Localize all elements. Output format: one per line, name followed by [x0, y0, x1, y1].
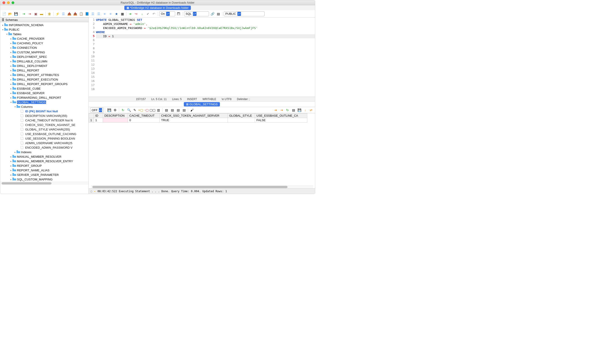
undo-icon[interactable]: ↶: [151, 11, 156, 16]
tree-item[interactable]: GLOBAL_STYLE VARCHAR(255): [0, 127, 89, 132]
link-icon[interactable]: 🔗: [210, 11, 215, 16]
window-icon[interactable]: 🗔: [176, 11, 181, 16]
list-icon[interactable]: ☰: [61, 11, 66, 16]
column-header[interactable]: [89, 113, 94, 118]
results-reload-icon[interactable]: ↻: [285, 108, 290, 113]
tree-item[interactable]: ▸ DRILL_REPORT_ATTRIBUTES: [0, 73, 89, 77]
tree-item[interactable]: ▸ DRILL_REPORT_EXECUTION: [0, 77, 89, 82]
tree-item[interactable]: ▾ GLOBAL_SETTINGS: [0, 100, 89, 104]
tree-item[interactable]: ▸ SQL_CUSTOM_MAPPING: [0, 177, 89, 182]
export-icon[interactable]: 📤: [67, 11, 72, 16]
results-hscroll[interactable]: [91, 185, 313, 188]
results-export-icon[interactable]: ▤: [291, 108, 296, 113]
tree-item[interactable]: ENCODED_ADMIN_PASSWORD V: [0, 145, 89, 150]
disclosure-icon[interactable]: ▸: [9, 42, 13, 45]
maximize-icon[interactable]: [12, 1, 14, 4]
disclosure-icon[interactable]: ▸: [9, 174, 13, 176]
results-brush-icon[interactable]: 🖌: [189, 108, 195, 113]
tree-item[interactable]: ▸ DRILL_REPORT_REPORT_GROUPS: [0, 82, 89, 86]
results-swap-icon[interactable]: ⇄: [309, 108, 314, 113]
column-header[interactable]: ID: [94, 113, 103, 118]
disclosure-icon[interactable]: ▸: [9, 83, 13, 85]
tree-item[interactable]: CHECK_SSO_TOKEN_AGAINST_SE: [0, 123, 89, 127]
tree-item[interactable]: ▸ Indexes: [0, 150, 89, 154]
grid-icon[interactable]: ▦: [120, 11, 125, 16]
tree-item[interactable]: ▸ SERVER_USER_PARAMETER: [0, 172, 89, 177]
results-down-icon[interactable]: ↓: [303, 108, 308, 113]
run-next-icon[interactable]: ↪: [134, 11, 139, 16]
table-row[interactable]: 1 1 0 TRUE FALSE: [89, 118, 307, 123]
disclosure-icon[interactable]: ▸: [13, 151, 17, 153]
tree-item[interactable]: ▸ CACHING_POLICY: [0, 41, 89, 46]
language-select[interactable]: SQL ▲▼: [184, 11, 209, 16]
column-header[interactable]: USE_ESSBASE_OUTLINE_CA: [255, 113, 307, 118]
disclosure-icon[interactable]: ▸: [9, 69, 13, 72]
results-grid[interactable]: IDDESCRIPTIONCACHE_TIMEOUTCHECK_SSO_TOKE…: [89, 113, 315, 188]
results-filter-icon[interactable]: ⚙: [113, 108, 117, 113]
tree-item[interactable]: ▸ CUSTOM_MAPPING: [0, 50, 89, 54]
results-off-select[interactable]: OFF ▲▼: [90, 108, 104, 113]
results-texport4-icon[interactable]: ▤: [182, 108, 187, 113]
disclosure-icon[interactable]: ▾: [5, 33, 8, 35]
tree-item[interactable]: ▸ CACHE_PROVIDER: [0, 36, 89, 41]
results-last-icon[interactable]: ⇥: [279, 108, 284, 113]
tree-item[interactable]: ▸ REPORT_GROUP: [0, 163, 89, 168]
results-texport3-icon[interactable]: ▤: [176, 108, 181, 113]
tree-item[interactable]: ▸ MANUAL_MEMBER_RESOLVER: [0, 154, 89, 159]
disclosure-icon[interactable]: ▸: [9, 97, 13, 99]
cell-use-essbase[interactable]: FALSE: [255, 118, 307, 123]
column-header[interactable]: GLOBAL_STYLE: [228, 113, 255, 118]
rows-icon[interactable]: ☰: [90, 11, 95, 16]
tree-item[interactable]: DESCRIPTION VARCHAR(255): [0, 113, 89, 118]
results-addrow-icon[interactable]: +▢: [138, 108, 143, 113]
schema-select[interactable]: PUBLIC ▲▼: [224, 11, 265, 16]
tree-item[interactable]: ▸ REPORT_NAME_ALIAS: [0, 168, 89, 172]
results-find-icon[interactable]: 🔍: [126, 108, 131, 113]
rows4-icon[interactable]: ≡: [108, 11, 113, 16]
cell-check-sso[interactable]: TRUE: [160, 118, 228, 123]
schema-browser[interactable]: 🗄 Schemas ▸ INFORMATION_SCHEMA ▾ PUBLIC …: [0, 18, 89, 194]
tree-item[interactable]: ▸ DEPLOYMENT_SPEC: [0, 54, 89, 59]
column-header[interactable]: CHECK_SSO_TOKEN_AGAINST_SERVER: [160, 113, 228, 118]
document-tab[interactable]: ⊠ *Drillbridge H2 database in Downloads …: [124, 6, 191, 10]
disclosure-icon[interactable]: ▸: [9, 87, 13, 90]
results-texport1-icon[interactable]: ▤: [164, 108, 169, 113]
disclosure-icon[interactable]: ▸: [9, 65, 13, 67]
disclosure-icon[interactable]: ▸: [9, 51, 13, 53]
tree-item[interactable]: ▾ PUBLIC: [0, 27, 89, 32]
rows2-icon[interactable]: ☰: [96, 11, 101, 16]
tree-item[interactable]: ▸ DRILLABLE_COLUMN: [0, 59, 89, 64]
disclosure-icon[interactable]: ▾: [13, 105, 17, 108]
disclosure-icon[interactable]: ▸: [9, 92, 13, 94]
lightning-icon[interactable]: ⚡: [55, 11, 60, 16]
autocommit-select[interactable]: On ▲▼: [159, 11, 175, 16]
results-dup-icon[interactable]: ▢▢: [150, 108, 155, 113]
disclosure-icon[interactable]: ▸: [9, 46, 13, 49]
star-icon[interactable]: ★: [114, 11, 119, 16]
disclosure-icon[interactable]: ▸: [9, 160, 13, 162]
results-refresh-icon[interactable]: ↻: [121, 108, 125, 113]
results-save-icon[interactable]: 💾: [107, 108, 112, 113]
results-tab[interactable]: ⊠ GLOBAL_SETTINGS: [184, 102, 220, 106]
tree-item[interactable]: ▸ DRILL_DEPLOYMENT: [0, 64, 89, 68]
new-file-icon[interactable]: 📄: [2, 11, 6, 16]
page-icon[interactable]: ▤: [216, 11, 221, 16]
tree-item[interactable]: ADMIN_USERNAME VARCHAR(25: [0, 141, 89, 145]
disclosure-icon[interactable]: ▸: [9, 60, 13, 63]
disclosure-icon[interactable]: ▸: [9, 56, 13, 58]
cell-description[interactable]: [103, 118, 128, 123]
results-cols-icon[interactable]: ▥: [156, 108, 161, 113]
run-down-icon[interactable]: ↓: [140, 11, 144, 16]
cell-cache-timeout[interactable]: 0: [128, 118, 160, 123]
run-icon[interactable]: ➔: [128, 11, 133, 16]
book-icon[interactable]: 📘: [84, 11, 89, 16]
tree-item[interactable]: ▸ DRILL_REPORT: [0, 68, 89, 73]
import-icon[interactable]: 📥: [73, 11, 78, 16]
tree-item[interactable]: ▸ FORWARDING_DRILL_REPORT: [0, 95, 89, 100]
disclosure-icon[interactable]: ▸: [1, 24, 4, 26]
disclosure-icon[interactable]: ▸: [9, 169, 13, 172]
open-file-icon[interactable]: 📂: [7, 11, 13, 16]
disclosure-icon[interactable]: ▸: [9, 164, 13, 167]
close-tab-icon[interactable]: ⊠: [127, 6, 129, 10]
db-add-icon[interactable]: ▬: [39, 11, 44, 16]
